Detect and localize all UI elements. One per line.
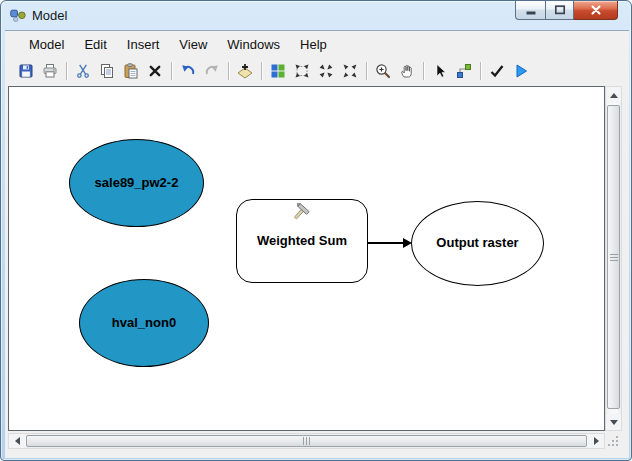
resize-grip-dots-icon [616, 444, 618, 446]
scroll-down-button[interactable] [606, 414, 621, 430]
scroll-right-button[interactable] [588, 434, 604, 448]
toolbar-separator [171, 62, 172, 80]
scroll-up-button[interactable] [606, 87, 621, 103]
print-icon [42, 63, 58, 79]
maximize-icon [554, 4, 566, 16]
node-label: sale89_pw2-2 [91, 176, 183, 191]
window-title: Model [32, 8, 67, 23]
node-input-sale89-pw2-2[interactable]: sale89_pw2-2 [69, 139, 204, 227]
node-input-hval-non0[interactable]: hval_non0 [79, 279, 209, 367]
arrow-down-icon [610, 420, 618, 425]
arrow-left-icon [15, 437, 20, 445]
run-icon [513, 63, 529, 79]
minimize-button[interactable] [515, 1, 545, 20]
window-controls [515, 1, 618, 20]
toolbar-separator [366, 62, 367, 80]
auto-layout-icon [270, 63, 286, 79]
resize-grip[interactable] [605, 433, 622, 449]
node-output-raster[interactable]: Output raster [411, 201, 544, 286]
run-button[interactable] [510, 60, 532, 82]
menu-bar: Model Edit Insert View Windows Help [5, 31, 629, 57]
hammer-icon [291, 203, 313, 223]
menu-view[interactable]: View [169, 33, 217, 56]
titlebar[interactable]: Model [1, 1, 631, 30]
connect-button[interactable] [453, 60, 475, 82]
arrow-right-icon [594, 437, 599, 445]
toolbar-separator [228, 62, 229, 80]
copy-button[interactable] [96, 60, 118, 82]
minimize-icon [525, 4, 537, 16]
select-button[interactable] [429, 60, 451, 82]
select-icon [432, 63, 448, 79]
menu-model[interactable]: Model [19, 33, 74, 56]
redo-button[interactable] [201, 60, 223, 82]
vertical-scroll-thumb[interactable] [607, 105, 620, 409]
menu-help[interactable]: Help [290, 33, 337, 56]
undo-button[interactable] [177, 60, 199, 82]
node-label: Output raster [436, 236, 518, 251]
zoom-in-icon [375, 63, 391, 79]
copy-icon [99, 63, 115, 79]
horizontal-scrollbar[interactable] [8, 433, 605, 449]
connect-icon [456, 63, 472, 79]
paste-button[interactable] [120, 60, 142, 82]
save-button[interactable] [15, 60, 37, 82]
window-client-area: Model Edit Insert View Windows Help [5, 30, 629, 458]
menu-insert[interactable]: Insert [117, 33, 170, 56]
node-tool-weighted-sum[interactable]: Weighted Sum [236, 199, 368, 283]
thumb-grip-icon [306, 437, 307, 445]
toolbar-separator [66, 62, 67, 80]
pan-button[interactable] [396, 60, 418, 82]
validate-icon [489, 63, 505, 79]
model-window: Model Model Edit Insert [0, 0, 632, 461]
validate-button[interactable] [486, 60, 508, 82]
toolbar-separator [261, 62, 262, 80]
menu-windows[interactable]: Windows [217, 33, 290, 56]
modelbuilder-icon [10, 7, 26, 23]
thumb-grip-icon [610, 257, 618, 258]
full-extent-button[interactable] [291, 60, 313, 82]
fixed-zoom-out-icon [342, 63, 358, 79]
arrow-up-icon [610, 93, 618, 98]
add-data-icon [237, 63, 253, 79]
undo-icon [180, 63, 196, 79]
save-icon [18, 63, 34, 79]
fixed-zoom-out-button[interactable] [339, 60, 361, 82]
cut-icon [75, 63, 91, 79]
close-button[interactable] [574, 1, 618, 20]
fixed-zoom-in-icon [318, 63, 334, 79]
delete-button[interactable] [144, 60, 166, 82]
toolbar-separator [480, 62, 481, 80]
full-extent-icon [294, 63, 310, 79]
toolbar-separator [423, 62, 424, 80]
vertical-scrollbar[interactable] [605, 86, 622, 431]
zoom-in-button[interactable] [372, 60, 394, 82]
maximize-button[interactable] [545, 1, 574, 20]
node-label: hval_non0 [112, 316, 176, 331]
fixed-zoom-in-button[interactable] [315, 60, 337, 82]
cut-button[interactable] [72, 60, 94, 82]
delete-icon [147, 63, 163, 79]
menu-edit[interactable]: Edit [74, 33, 116, 56]
close-icon [590, 4, 602, 16]
node-label: Weighted Sum [257, 234, 347, 249]
add-data-button[interactable] [234, 60, 256, 82]
auto-layout-button[interactable] [267, 60, 289, 82]
pan-icon [399, 63, 415, 79]
scroll-left-button[interactable] [9, 434, 25, 448]
toolbar [5, 57, 629, 85]
paste-icon [123, 63, 139, 79]
model-canvas[interactable]: sale89_pw2-2 hval_non0 Weighted Sum Outp… [8, 86, 605, 431]
redo-icon [204, 63, 220, 79]
print-button[interactable] [39, 60, 61, 82]
horizontal-scroll-thumb[interactable] [26, 435, 587, 447]
